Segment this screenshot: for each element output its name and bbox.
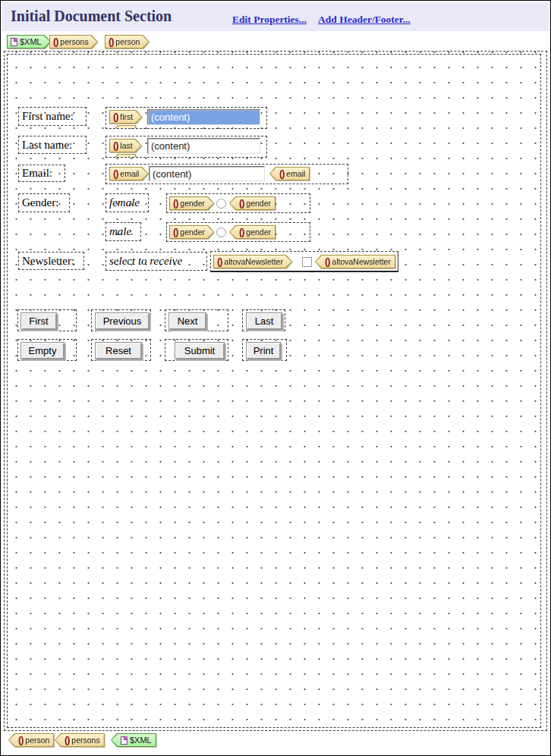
gender-male-text: male bbox=[109, 225, 131, 238]
altova-newsletter-open-tag[interactable]: () altovaNewsletter bbox=[213, 255, 292, 268]
element-icon: () bbox=[239, 227, 244, 237]
email-close-tag[interactable]: () email bbox=[269, 167, 310, 180]
tag-content: $XML bbox=[111, 733, 156, 747]
gender-close-tag-male[interactable]: () gender bbox=[229, 225, 276, 239]
first-close-tag-wrapped-fragment: () bbox=[112, 125, 136, 129]
element-icon: () bbox=[113, 111, 118, 122]
element-icon: () bbox=[173, 198, 178, 209]
element-icon: () bbox=[119, 155, 124, 158]
element-icon: () bbox=[113, 168, 118, 179]
tag-label: first bbox=[120, 112, 133, 121]
newsletter-label: Newsletter: bbox=[22, 255, 74, 268]
tag-content: () gender bbox=[169, 225, 214, 239]
last-close-tag-wrapped-fragment: () bbox=[112, 154, 136, 158]
tag-content: () email bbox=[269, 167, 310, 180]
gender-female-radio[interactable] bbox=[216, 199, 226, 209]
gender-close-tag-female[interactable]: () gender bbox=[229, 196, 276, 210]
email-label: Email: bbox=[22, 167, 52, 180]
tag-label: persons bbox=[60, 37, 88, 46]
tag-content: () person bbox=[105, 35, 149, 49]
newsletter-checkbox[interactable] bbox=[302, 257, 312, 267]
element-icon: () bbox=[217, 256, 222, 267]
first-name-label: First name: bbox=[22, 110, 74, 123]
newsletter-label-box: Newsletter: bbox=[18, 252, 84, 270]
tag-label: gender bbox=[246, 199, 271, 208]
reset-button[interactable]: Reset bbox=[95, 342, 142, 359]
xml-document-icon bbox=[11, 38, 17, 46]
altova-newsletter-close-tag[interactable]: () altovaNewsletter bbox=[315, 255, 395, 268]
gender-label-box: Gender: bbox=[18, 193, 70, 212]
element-icon: () bbox=[65, 735, 69, 745]
button-placeholder-box: Submit bbox=[165, 339, 228, 361]
email-label-box: Email: bbox=[18, 165, 65, 182]
tag-content: () gender bbox=[229, 225, 276, 239]
tag-content: () persons bbox=[49, 35, 98, 49]
next-button[interactable]: Next bbox=[168, 312, 206, 330]
gender-male-radio[interactable] bbox=[216, 227, 226, 237]
tag-content: () email bbox=[109, 167, 148, 180]
submit-button[interactable]: Submit bbox=[175, 342, 225, 359]
gender-female-text: female bbox=[109, 196, 140, 209]
tag-content: () gender bbox=[229, 196, 276, 210]
xml-root-open-tag[interactable]: $XML bbox=[7, 35, 51, 49]
email-field-box: () email (content) () email bbox=[105, 164, 348, 184]
newsletter-hint-text: select to receive bbox=[109, 255, 182, 268]
tag-label: altovaNewsletter bbox=[224, 257, 283, 266]
element-icon: () bbox=[53, 36, 58, 47]
xml-root-close-tag[interactable]: $XML bbox=[111, 733, 156, 747]
person-template-border bbox=[7, 54, 541, 728]
element-icon: () bbox=[279, 168, 284, 179]
gender-female-field-box: () gender () gender bbox=[166, 193, 310, 213]
empty-button[interactable]: Empty bbox=[20, 342, 65, 359]
button-placeholder-box: Next bbox=[165, 309, 228, 331]
tag-content: () persons bbox=[55, 733, 105, 747]
previous-button[interactable]: Previous bbox=[95, 312, 150, 330]
first-name-label-box: First name: bbox=[18, 107, 87, 126]
add-header-footer-link[interactable]: Add Header/Footer... bbox=[318, 14, 411, 26]
element-icon: () bbox=[113, 140, 118, 151]
tag-label: gender bbox=[180, 227, 205, 237]
person-close-tag[interactable]: () person bbox=[8, 733, 54, 747]
first-open-tag[interactable]: () first bbox=[109, 110, 142, 124]
tag-content: $XML bbox=[7, 35, 51, 49]
gender-male-field-box: () gender () gender bbox=[166, 222, 310, 242]
xml-document-icon bbox=[121, 736, 128, 745]
last-name-input[interactable]: (content) bbox=[147, 138, 260, 154]
tag-label: gender bbox=[180, 199, 205, 208]
first-name-field-box: () first (content) () bbox=[105, 107, 267, 129]
last-name-field-box: () last (content) () bbox=[105, 136, 267, 158]
last-button[interactable]: Last bbox=[246, 312, 282, 330]
tag-content: () altovaNewsletter bbox=[315, 255, 395, 268]
tag-label: email bbox=[286, 169, 305, 178]
edit-properties-link[interactable]: Edit Properties... bbox=[232, 14, 307, 26]
tag-content: () bbox=[112, 154, 136, 158]
gender-open-tag-female[interactable]: () gender bbox=[169, 196, 214, 210]
button-placeholder-box: First bbox=[17, 309, 77, 331]
newsletter-field-box: () altovaNewsletter () altovaNewsletter bbox=[210, 251, 398, 272]
element-icon: () bbox=[109, 36, 113, 47]
gender-open-tag-male[interactable]: () gender bbox=[169, 225, 214, 239]
last-open-tag[interactable]: () last bbox=[109, 139, 142, 152]
first-name-input[interactable]: (content) bbox=[147, 109, 260, 125]
last-name-label: Last name: bbox=[22, 139, 72, 152]
email-content-placeholder: (content) bbox=[153, 168, 191, 180]
tag-content: () person bbox=[8, 733, 54, 747]
tag-label: person bbox=[115, 37, 140, 46]
gender-male-text-box: male bbox=[105, 222, 141, 241]
tag-content: () gender bbox=[169, 196, 214, 210]
person-open-tag[interactable]: () person bbox=[105, 35, 149, 49]
element-icon: () bbox=[119, 127, 124, 129]
tag-label: last bbox=[120, 141, 132, 150]
element-icon: () bbox=[173, 227, 178, 237]
first-button[interactable]: First bbox=[20, 312, 57, 330]
persons-open-tag[interactable]: () persons bbox=[49, 35, 98, 49]
persons-close-tag[interactable]: () persons bbox=[55, 733, 105, 747]
tag-label: email bbox=[120, 169, 139, 178]
stylevision-design-window: Initial Document Section Edit Properties… bbox=[0, 0, 551, 756]
print-button[interactable]: Print bbox=[246, 342, 281, 359]
tag-label: gender bbox=[246, 227, 271, 237]
tag-content: () altovaNewsletter bbox=[213, 255, 292, 268]
email-input[interactable]: (content) bbox=[149, 166, 265, 181]
element-icon: () bbox=[239, 198, 244, 209]
email-open-tag[interactable]: () email bbox=[109, 167, 148, 180]
